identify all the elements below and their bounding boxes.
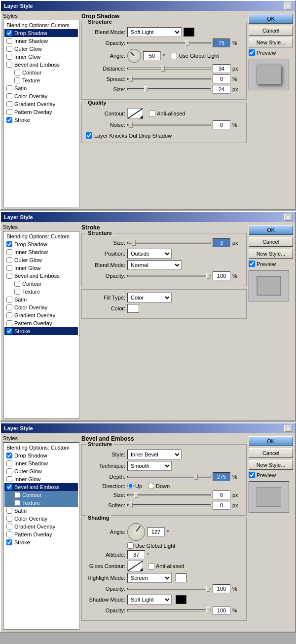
direction-down-radio-3[interactable]: [148, 483, 154, 489]
drop-shadow-check-3[interactable]: [6, 453, 12, 458]
inner-glow-check-3[interactable]: [6, 476, 12, 482]
ok-button-2[interactable]: OK: [249, 225, 293, 235]
inner-glow-item-2[interactable]: Inner Glow: [4, 264, 78, 272]
bevel-emboss-check-2[interactable]: [6, 273, 12, 279]
bevel-angle-dial-3[interactable]: [127, 523, 145, 541]
color-overlay-item-3[interactable]: Color Overlay: [4, 515, 78, 523]
contour-check-3[interactable]: [14, 492, 20, 498]
texture-item-1[interactable]: Texture: [4, 76, 78, 84]
pattern-overlay-item-2[interactable]: Pattern Overlay: [4, 319, 78, 327]
blend-mode-select-2[interactable]: Normal: [127, 260, 182, 270]
texture-check-2[interactable]: [14, 289, 20, 295]
knock-check-1[interactable]: [86, 132, 92, 139]
noise-slider-1[interactable]: [127, 124, 211, 126]
opacity-thumb-1[interactable]: [185, 40, 189, 46]
anti-alias-check-3[interactable]: [148, 563, 154, 569]
ok-button-1[interactable]: OK: [249, 14, 293, 24]
size-slider-3[interactable]: [127, 494, 211, 496]
contour-item-1[interactable]: Contour: [4, 69, 78, 76]
drop-shadow-item-1[interactable]: Drop Shadow: [4, 29, 78, 37]
gradient-overlay-item-2[interactable]: Gradient Overlay: [4, 311, 78, 319]
gradient-overlay-item-1[interactable]: Gradient Overlay: [4, 100, 78, 108]
close-button-3[interactable]: ✕: [284, 425, 292, 432]
style-select-3[interactable]: Inner Bevel: [127, 450, 182, 459]
spread-thumb-1[interactable]: [129, 76, 133, 82]
texture-item-3[interactable]: Texture: [4, 499, 78, 507]
inner-glow-check-1[interactable]: [6, 54, 12, 60]
inner-glow-item-3[interactable]: Inner Glow: [4, 475, 78, 483]
cancel-button-2[interactable]: Cancel: [249, 237, 293, 247]
stroke-check-3[interactable]: [6, 539, 12, 545]
new-style-button-2[interactable]: New Style...: [249, 249, 293, 259]
inner-shadow-check-2[interactable]: [6, 249, 12, 255]
pattern-overlay-item-3[interactable]: Pattern Overlay: [4, 530, 78, 538]
contour-check-1[interactable]: [14, 70, 20, 76]
blending-options-item-1[interactable]: Blending Options: Custom: [4, 21, 78, 29]
global-light-check-1[interactable]: [171, 53, 177, 59]
satin-check-3[interactable]: [6, 508, 12, 514]
altitude-input-3[interactable]: [127, 550, 145, 559]
stroke-check-2[interactable]: [6, 328, 12, 334]
highlight-color-swatch-3[interactable]: [176, 573, 186, 582]
contour-check-2[interactable]: [14, 281, 20, 287]
texture-item-2[interactable]: Texture: [4, 288, 78, 296]
distance-slider-1[interactable]: [127, 68, 211, 70]
ok-button-3[interactable]: OK: [249, 436, 293, 446]
distance-thumb-1[interactable]: [161, 66, 165, 72]
shadow-mode-select-3[interactable]: Soft Light: [127, 595, 172, 605]
satin-check-1[interactable]: [6, 85, 12, 91]
bevel-emboss-item-1[interactable]: Bevel and Emboss: [4, 61, 78, 69]
shadow-opacity-input-3[interactable]: [213, 606, 230, 615]
inner-shadow-item-2[interactable]: Inner Shadow: [4, 248, 78, 256]
highlight-opacity-slider-3[interactable]: [127, 588, 211, 590]
outer-glow-item-3[interactable]: Outer Glow: [4, 467, 78, 475]
angle-input-1[interactable]: [143, 51, 161, 60]
opacity-thumb-2[interactable]: [206, 273, 210, 279]
contour-item-3[interactable]: Contour: [4, 491, 78, 499]
preview-check-3[interactable]: [249, 472, 255, 478]
cancel-button-3[interactable]: Cancel: [249, 448, 293, 458]
drop-shadow-item-3[interactable]: Drop Shadow: [4, 452, 78, 459]
noise-input-1[interactable]: [213, 120, 230, 129]
color-overlay-item-1[interactable]: Color Overlay: [4, 92, 78, 100]
soften-input-3[interactable]: [213, 501, 230, 510]
stroke-item-1[interactable]: Stroke: [4, 116, 78, 124]
close-button-1[interactable]: ✕: [284, 2, 292, 9]
pattern-overlay-check-3[interactable]: [6, 531, 12, 537]
bevel-emboss-check-1[interactable]: [6, 62, 12, 68]
size-input-2[interactable]: [213, 238, 230, 247]
satin-check-2[interactable]: [6, 297, 12, 303]
highlight-mode-select-3[interactable]: Screen: [127, 573, 172, 583]
outer-glow-check-3[interactable]: [6, 468, 12, 474]
soften-thumb-3[interactable]: [129, 502, 133, 508]
global-light-check-3[interactable]: [127, 542, 134, 549]
angle-input-3[interactable]: [147, 528, 165, 536]
new-style-button-1[interactable]: New Style...: [249, 38, 293, 47]
spread-slider-1[interactable]: [127, 78, 211, 80]
size-input-1[interactable]: [213, 85, 230, 94]
distance-input-1[interactable]: [213, 64, 230, 73]
opacity-slider-1[interactable]: [127, 42, 211, 44]
color-overlay-check-1[interactable]: [6, 93, 12, 99]
color-overlay-check-3[interactable]: [6, 516, 12, 522]
color-swatch-2[interactable]: [127, 304, 139, 313]
shadow-color-swatch-3[interactable]: [176, 595, 186, 604]
gradient-overlay-item-3[interactable]: Gradient Overlay: [4, 523, 78, 530]
contour-thumb-1[interactable]: [127, 108, 143, 119]
bevel-emboss-check-3[interactable]: [6, 484, 12, 490]
opacity-input-1[interactable]: [213, 38, 230, 47]
gradient-overlay-check-1[interactable]: [6, 101, 12, 107]
gradient-overlay-check-3[interactable]: [6, 524, 12, 530]
bevel-emboss-item-3[interactable]: Bevel and Emboss: [4, 483, 78, 491]
direction-up-radio-3[interactable]: [127, 483, 134, 489]
size-input-3[interactable]: [213, 491, 230, 499]
depth-thumb-3[interactable]: [194, 474, 198, 480]
stroke-item-3[interactable]: Stroke: [4, 538, 78, 546]
shadow-opacity-thumb-3[interactable]: [206, 607, 210, 613]
drop-shadow-check-2[interactable]: [6, 241, 12, 247]
satin-item-1[interactable]: Satin: [4, 84, 78, 92]
inner-shadow-item-1[interactable]: Inner Shadow: [4, 37, 78, 45]
anti-alias-check-1[interactable]: [149, 111, 155, 117]
texture-check-1[interactable]: [14, 77, 20, 83]
outer-glow-check-2[interactable]: [6, 257, 12, 263]
